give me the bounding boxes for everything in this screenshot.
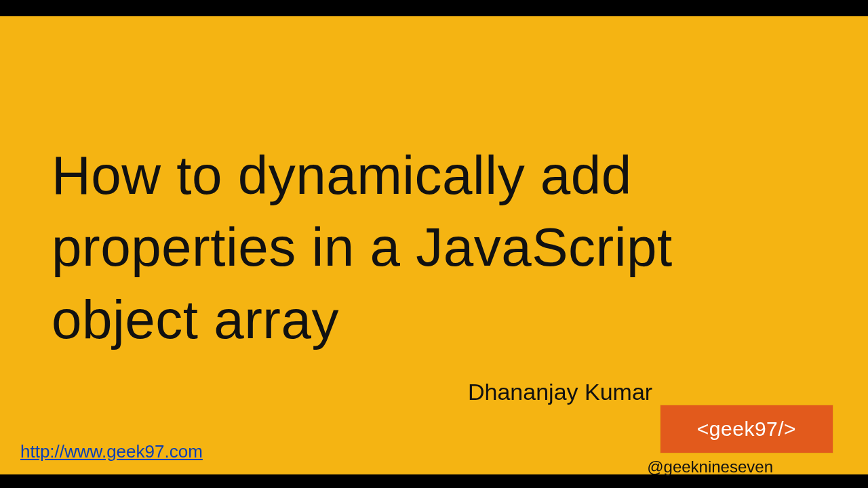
letterbox-bottom bbox=[0, 474, 868, 488]
brand-tag-text: <geek97/> bbox=[697, 418, 796, 441]
video-frame: How to dynamically add properties in a J… bbox=[0, 0, 868, 488]
slide-title: How to dynamically add properties in a J… bbox=[52, 140, 797, 356]
letterbox-top bbox=[0, 0, 868, 16]
slide-canvas: How to dynamically add properties in a J… bbox=[0, 16, 868, 474]
author-name: Dhananjay Kumar bbox=[468, 379, 652, 405]
twitter-handle: @geeknineseven bbox=[647, 458, 773, 476]
website-link[interactable]: http://www.geek97.com bbox=[20, 441, 203, 462]
brand-badge: <geek97/> bbox=[660, 405, 833, 453]
